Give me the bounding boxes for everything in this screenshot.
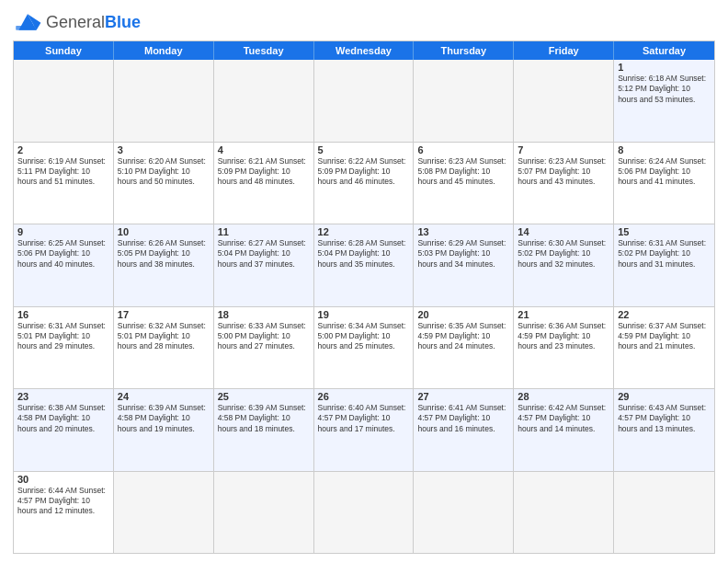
day-info: Sunrise: 6:18 AM Sunset: 5:12 PM Dayligh… xyxy=(618,74,711,105)
calendar-cell-0-3 xyxy=(314,60,415,142)
day-number: 26 xyxy=(318,391,410,402)
day-number: 28 xyxy=(518,391,609,402)
logo-icon xyxy=(13,9,42,35)
page: GeneralBlue SundayMondayTuesdayWednesday… xyxy=(0,0,728,563)
day-info: Sunrise: 6:31 AM Sunset: 5:02 PM Dayligh… xyxy=(618,238,711,270)
calendar-cell-4-3: 26Sunrise: 6:40 AM Sunset: 4:57 PM Dayli… xyxy=(314,389,415,471)
calendar-row-1: 2Sunrise: 6:19 AM Sunset: 5:11 PM Daylig… xyxy=(14,142,714,224)
day-number: 27 xyxy=(417,391,509,402)
calendar-cell-5-2 xyxy=(214,472,314,554)
day-number: 5 xyxy=(318,144,410,155)
calendar-cell-3-5: 21Sunrise: 6:36 AM Sunset: 4:59 PM Dayli… xyxy=(514,307,614,389)
day-info: Sunrise: 6:21 AM Sunset: 5:09 PM Dayligh… xyxy=(218,156,310,188)
logo: GeneralBlue xyxy=(13,9,141,35)
calendar-header: SundayMondayTuesdayWednesdayThursdayFrid… xyxy=(14,41,714,60)
day-info: Sunrise: 6:39 AM Sunset: 4:58 PM Dayligh… xyxy=(218,403,310,434)
weekday-header-saturday: Saturday xyxy=(614,41,714,60)
calendar-row-3: 16Sunrise: 6:31 AM Sunset: 5:01 PM Dayli… xyxy=(14,306,714,389)
day-info: Sunrise: 6:43 AM Sunset: 4:57 PM Dayligh… xyxy=(618,403,711,434)
day-info: Sunrise: 6:27 AM Sunset: 5:04 PM Dayligh… xyxy=(218,238,310,270)
day-number: 17 xyxy=(118,309,210,320)
weekday-header-friday: Friday xyxy=(514,41,614,60)
weekday-header-monday: Monday xyxy=(114,41,214,60)
calendar-cell-2-0: 9Sunrise: 6:25 AM Sunset: 5:06 PM Daylig… xyxy=(14,224,114,306)
calendar-row-4: 23Sunrise: 6:38 AM Sunset: 4:58 PM Dayli… xyxy=(14,388,714,471)
weekday-header-sunday: Sunday xyxy=(14,41,114,60)
day-number: 23 xyxy=(17,391,109,402)
calendar-cell-1-1: 3Sunrise: 6:20 AM Sunset: 5:10 PM Daylig… xyxy=(114,143,214,224)
calendar-cell-1-3: 5Sunrise: 6:22 AM Sunset: 5:09 PM Daylig… xyxy=(314,143,415,224)
day-number: 13 xyxy=(417,226,509,237)
calendar-cell-1-2: 4Sunrise: 6:21 AM Sunset: 5:09 PM Daylig… xyxy=(214,143,314,224)
calendar-cell-3-4: 20Sunrise: 6:35 AM Sunset: 4:59 PM Dayli… xyxy=(414,307,514,389)
calendar-cell-5-6 xyxy=(614,472,714,554)
day-number: 24 xyxy=(118,391,210,402)
day-number: 22 xyxy=(618,309,711,320)
day-info: Sunrise: 6:42 AM Sunset: 4:57 PM Dayligh… xyxy=(518,403,609,434)
calendar-cell-0-6: 1Sunrise: 6:18 AM Sunset: 5:12 PM Daylig… xyxy=(614,60,714,142)
day-number: 1 xyxy=(618,62,711,73)
calendar-cell-1-4: 6Sunrise: 6:23 AM Sunset: 5:08 PM Daylig… xyxy=(414,143,514,224)
day-info: Sunrise: 6:41 AM Sunset: 4:57 PM Dayligh… xyxy=(417,403,509,434)
calendar-cell-3-1: 17Sunrise: 6:32 AM Sunset: 5:01 PM Dayli… xyxy=(114,307,214,389)
day-number: 19 xyxy=(318,309,410,320)
day-info: Sunrise: 6:26 AM Sunset: 5:05 PM Dayligh… xyxy=(118,238,210,270)
day-number: 4 xyxy=(218,144,310,155)
day-number: 29 xyxy=(618,391,711,402)
day-info: Sunrise: 6:31 AM Sunset: 5:01 PM Dayligh… xyxy=(17,321,109,352)
calendar-cell-3-0: 16Sunrise: 6:31 AM Sunset: 5:01 PM Dayli… xyxy=(14,307,114,389)
calendar-cell-0-2 xyxy=(214,60,314,142)
day-info: Sunrise: 6:22 AM Sunset: 5:09 PM Dayligh… xyxy=(318,156,410,188)
day-number: 21 xyxy=(518,309,609,320)
day-number: 9 xyxy=(17,226,109,237)
calendar-cell-2-6: 15Sunrise: 6:31 AM Sunset: 5:02 PM Dayli… xyxy=(614,224,714,306)
calendar-cell-2-3: 12Sunrise: 6:28 AM Sunset: 5:04 PM Dayli… xyxy=(314,224,415,306)
calendar-cell-3-2: 18Sunrise: 6:33 AM Sunset: 5:00 PM Dayli… xyxy=(214,307,314,389)
weekday-header-wednesday: Wednesday xyxy=(314,41,415,60)
weekday-header-tuesday: Tuesday xyxy=(214,41,314,60)
calendar-cell-5-1 xyxy=(114,472,214,554)
day-info: Sunrise: 6:38 AM Sunset: 4:58 PM Dayligh… xyxy=(17,403,109,434)
day-info: Sunrise: 6:34 AM Sunset: 5:00 PM Dayligh… xyxy=(318,321,410,352)
calendar-cell-2-5: 14Sunrise: 6:30 AM Sunset: 5:02 PM Dayli… xyxy=(514,224,614,306)
day-number: 3 xyxy=(118,144,210,155)
day-info: Sunrise: 6:35 AM Sunset: 4:59 PM Dayligh… xyxy=(417,321,509,352)
calendar-cell-4-1: 24Sunrise: 6:39 AM Sunset: 4:58 PM Dayli… xyxy=(114,389,214,471)
calendar-cell-4-6: 29Sunrise: 6:43 AM Sunset: 4:57 PM Dayli… xyxy=(614,389,714,471)
calendar-cell-4-5: 28Sunrise: 6:42 AM Sunset: 4:57 PM Dayli… xyxy=(514,389,614,471)
day-info: Sunrise: 6:40 AM Sunset: 4:57 PM Dayligh… xyxy=(318,403,410,434)
day-number: 14 xyxy=(518,226,609,237)
calendar-cell-1-0: 2Sunrise: 6:19 AM Sunset: 5:11 PM Daylig… xyxy=(14,143,114,224)
svg-rect-2 xyxy=(16,26,36,30)
day-number: 16 xyxy=(17,309,109,320)
calendar-cell-4-2: 25Sunrise: 6:39 AM Sunset: 4:58 PM Dayli… xyxy=(214,389,314,471)
calendar-cell-3-3: 19Sunrise: 6:34 AM Sunset: 5:00 PM Dayli… xyxy=(314,307,415,389)
calendar-cell-1-6: 8Sunrise: 6:24 AM Sunset: 5:06 PM Daylig… xyxy=(614,143,714,224)
calendar-cell-0-1 xyxy=(114,60,214,142)
day-number: 18 xyxy=(218,309,310,320)
day-info: Sunrise: 6:36 AM Sunset: 4:59 PM Dayligh… xyxy=(518,321,609,352)
day-info: Sunrise: 6:20 AM Sunset: 5:10 PM Dayligh… xyxy=(118,156,210,188)
day-number: 30 xyxy=(17,474,109,485)
calendar-cell-4-0: 23Sunrise: 6:38 AM Sunset: 4:58 PM Dayli… xyxy=(14,389,114,471)
calendar-cell-2-1: 10Sunrise: 6:26 AM Sunset: 5:05 PM Dayli… xyxy=(114,224,214,306)
calendar-cell-2-2: 11Sunrise: 6:27 AM Sunset: 5:04 PM Dayli… xyxy=(214,224,314,306)
day-number: 10 xyxy=(118,226,210,237)
day-number: 20 xyxy=(417,309,509,320)
day-number: 25 xyxy=(218,391,310,402)
day-number: 12 xyxy=(318,226,410,237)
calendar-row-2: 9Sunrise: 6:25 AM Sunset: 5:06 PM Daylig… xyxy=(14,224,714,306)
calendar-row-5: 30Sunrise: 6:44 AM Sunset: 4:57 PM Dayli… xyxy=(14,471,714,554)
calendar-cell-5-5 xyxy=(514,472,614,554)
day-info: Sunrise: 6:29 AM Sunset: 5:03 PM Dayligh… xyxy=(417,238,509,270)
calendar-cell-2-4: 13Sunrise: 6:29 AM Sunset: 5:03 PM Dayli… xyxy=(414,224,514,306)
calendar-row-0: 1Sunrise: 6:18 AM Sunset: 5:12 PM Daylig… xyxy=(14,60,714,142)
header: GeneralBlue xyxy=(13,9,715,35)
calendar-cell-1-5: 7Sunrise: 6:23 AM Sunset: 5:07 PM Daylig… xyxy=(514,143,614,224)
calendar-cell-3-6: 22Sunrise: 6:37 AM Sunset: 4:59 PM Dayli… xyxy=(614,307,714,389)
day-number: 15 xyxy=(618,226,711,237)
day-number: 6 xyxy=(417,144,509,155)
calendar: SundayMondayTuesdayWednesdayThursdayFrid… xyxy=(13,40,715,554)
day-info: Sunrise: 6:28 AM Sunset: 5:04 PM Dayligh… xyxy=(318,238,410,270)
day-number: 8 xyxy=(618,144,711,155)
